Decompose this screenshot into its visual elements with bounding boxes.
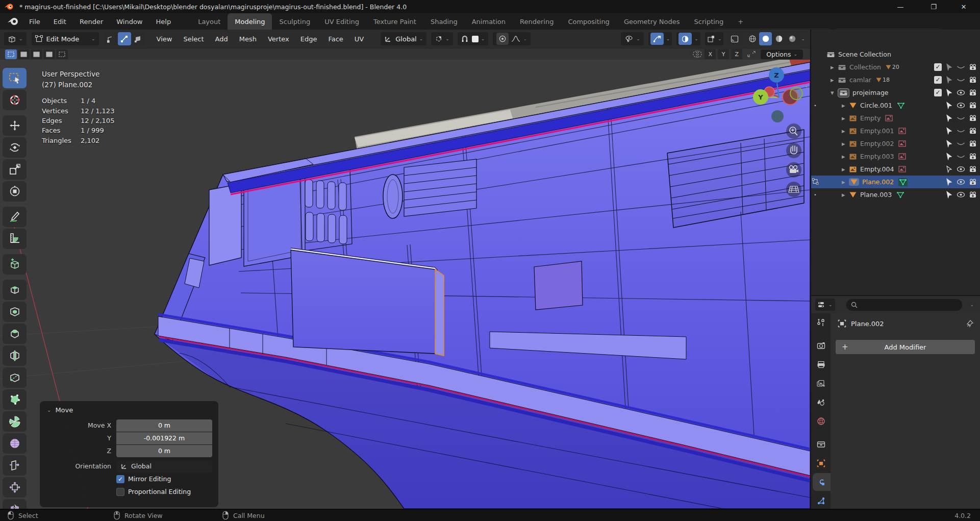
- mirror-y-button[interactable]: Y: [718, 49, 729, 59]
- orientation-field[interactable]: Global: [116, 460, 212, 473]
- viewport-menu-edge[interactable]: Edge: [295, 35, 323, 43]
- properties-editor-type[interactable]: ⌄: [815, 299, 835, 311]
- select-mode-vertex[interactable]: [104, 32, 117, 45]
- outliner-row-collection[interactable]: ▶Collection20✓: [811, 61, 980, 73]
- select-mode-face[interactable]: [132, 32, 145, 45]
- gizmo-y-neg[interactable]: [790, 87, 802, 100]
- options-dropdown[interactable]: Options⌄: [761, 49, 803, 59]
- gizmos-dropdown[interactable]: ⌄: [648, 32, 672, 45]
- show-gizmo-icon[interactable]: [650, 33, 664, 45]
- select-box-mode-0[interactable]: [5, 49, 17, 59]
- add-modifier-button[interactable]: + Add Modifier: [836, 340, 975, 354]
- outliner-row-empty-001[interactable]: ▶Empty.001: [811, 125, 980, 137]
- tool-smooth[interactable]: [3, 433, 27, 454]
- mode-dropdown[interactable]: Edit Mode ⌄: [32, 32, 99, 45]
- move-operator-panel[interactable]: ⌄Move Move X0 mY-0.001922 mZ0 mOrientati…: [40, 401, 218, 507]
- tool-knife[interactable]: [3, 367, 27, 388]
- tool-add-cube[interactable]: [3, 254, 27, 275]
- tool-loop-cut[interactable]: [3, 345, 27, 366]
- menu-file[interactable]: File: [22, 18, 47, 26]
- outliner-row-camlar[interactable]: ▶camlar18✓: [811, 73, 980, 86]
- mirror-x-button[interactable]: X: [705, 49, 716, 59]
- workspace-tab-modeling[interactable]: Modeling: [228, 13, 272, 30]
- tool-rotate[interactable]: [3, 137, 27, 158]
- outliner-row-circle-001[interactable]: •▶Circle.001: [811, 99, 980, 112]
- tool-move[interactable]: [3, 115, 27, 136]
- outliner-row-projeimage[interactable]: ▼projeimage✓: [811, 86, 980, 99]
- pin-icon[interactable]: [966, 319, 974, 328]
- viewport-menu-select[interactable]: Select: [178, 35, 209, 43]
- move-move-x-field[interactable]: 0 m: [116, 419, 212, 432]
- viewport-menu-view[interactable]: View: [151, 35, 178, 43]
- snapping-dropdown[interactable]: ⌄: [431, 32, 453, 45]
- perspective-button[interactable]: [786, 182, 801, 197]
- select-box-mode-1[interactable]: [18, 49, 30, 59]
- workspace-tab-uv-editing[interactable]: UV Editing: [317, 13, 366, 30]
- close-button[interactable]: ✕: [952, 0, 975, 13]
- checkbox-mirror-editing[interactable]: ✓: [116, 475, 124, 483]
- viewport-menu-mesh[interactable]: Mesh: [234, 35, 262, 43]
- orientation-dropdown[interactable]: Global ⌄: [381, 32, 426, 45]
- properties-search-input[interactable]: [846, 299, 963, 311]
- tool-cursor[interactable]: [3, 90, 27, 110]
- move-y-field[interactable]: -0.001922 m: [116, 432, 212, 444]
- tool-bevel[interactable]: [3, 324, 27, 344]
- properties-tab-scene[interactable]: [811, 393, 831, 412]
- properties-tab-physics[interactable]: [811, 491, 831, 510]
- viewport-menu-face[interactable]: Face: [322, 35, 348, 43]
- snap-toggle[interactable]: ⌄: [458, 32, 489, 45]
- outliner-row-empty-002[interactable]: ▶Empty.002: [811, 137, 980, 150]
- outliner-row-plane-003[interactable]: •▶Plane.003: [811, 188, 980, 201]
- menu-window[interactable]: Window: [110, 18, 149, 26]
- overlays-dropdown[interactable]: ⌄: [676, 32, 700, 45]
- workspace-tab-geometry-nodes[interactable]: Geometry Nodes: [617, 13, 687, 30]
- workspace-tab-layout[interactable]: Layout: [191, 13, 228, 30]
- tool-poly-build[interactable]: [3, 389, 27, 410]
- proportional-icon[interactable]: [496, 33, 509, 45]
- editor-type-button[interactable]: ⌄: [4, 32, 27, 45]
- minimize-button[interactable]: —: [889, 0, 912, 13]
- show-object-types-dropdown[interactable]: ⌄: [621, 32, 644, 45]
- workspace-tab-scripting[interactable]: Scripting: [687, 13, 731, 30]
- checkbox-proportional-editing[interactable]: [116, 488, 124, 496]
- show-overlays-icon[interactable]: [679, 33, 692, 45]
- tool-extrude[interactable]: [3, 280, 27, 300]
- properties-tab-modifiers[interactable]: [811, 473, 831, 491]
- tool-spin[interactable]: [3, 411, 27, 432]
- mirror-z-button[interactable]: Z: [731, 49, 742, 59]
- viewport-menu-vertex[interactable]: Vertex: [262, 35, 295, 43]
- properties-tab-object[interactable]: [811, 454, 831, 473]
- properties-tab-collection[interactable]: [811, 435, 831, 454]
- tool-rip[interactable]: [3, 499, 27, 509]
- snap-corner-icon[interactable]: [746, 50, 757, 58]
- pan-button[interactable]: [786, 143, 801, 158]
- maximize-button[interactable]: ❐: [922, 0, 945, 13]
- workspace-tab-shading[interactable]: Shading: [423, 13, 465, 30]
- move-z-field[interactable]: 0 m: [116, 445, 212, 457]
- workspace-tab-texture-paint[interactable]: Texture Paint: [366, 13, 423, 30]
- tool-inset[interactable]: [3, 302, 27, 322]
- viewport-menu-uv[interactable]: UV: [349, 35, 369, 43]
- shading-material-button[interactable]: [772, 32, 785, 45]
- properties-tab-render[interactable]: [811, 336, 831, 355]
- workspace-tab-animation[interactable]: Animation: [465, 13, 513, 30]
- camera-view-button[interactable]: [786, 162, 801, 178]
- select-box-mode-3[interactable]: [43, 49, 55, 59]
- workspace-tab-compositing[interactable]: Compositing: [561, 13, 617, 30]
- proportional-editing[interactable]: ⌄: [493, 32, 531, 45]
- menu-edit[interactable]: Edit: [47, 18, 73, 26]
- xray-dropdown[interactable]: ⌄: [705, 32, 724, 45]
- menu-render[interactable]: Render: [73, 18, 110, 26]
- properties-tab-world[interactable]: [811, 412, 831, 431]
- navigation-gizmo[interactable]: Z Y ‹: [747, 64, 809, 207]
- blender-icon[interactable]: [7, 17, 19, 26]
- add-workspace-button[interactable]: +: [731, 13, 750, 30]
- gizmo-z-neg[interactable]: [771, 110, 784, 122]
- select-mode-edge[interactable]: [118, 32, 131, 45]
- shading-wireframe-button[interactable]: [746, 32, 759, 45]
- workspace-tab-sculpting[interactable]: Sculpting: [272, 13, 317, 30]
- workspace-tab-rendering[interactable]: Rendering: [513, 13, 561, 30]
- outliner-row-empty-003[interactable]: ▶Empty.003: [811, 150, 980, 163]
- outliner-row-empty-004[interactable]: ▶Empty.004: [811, 163, 980, 176]
- tool-transform[interactable]: [3, 181, 27, 202]
